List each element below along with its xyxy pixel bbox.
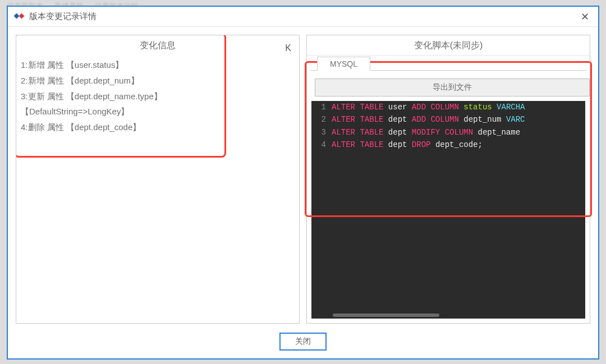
change-list: 1:新增 属性 【user.status】 2:新增 属性 【dept.dept…: [16, 55, 299, 137]
code-content: ALTER TABLE dept DROP dept_code;: [332, 139, 483, 151]
dialog-body: 变化信息 K 1:新增 属性 【user.status】 2:新增 属性 【de…: [8, 27, 598, 326]
code-line: 4ALTER TABLE dept DROP dept_code;: [311, 139, 585, 151]
line-number: 3: [311, 126, 332, 139]
horizontal-scrollbar[interactable]: [333, 314, 439, 317]
app-logo-icon: [13, 11, 25, 22]
line-number: 1: [311, 101, 332, 113]
change-script-panel: 变化脚本(未同步) MYSQL 导出到文件 1ALTER TABLE user …: [306, 35, 590, 324]
change-item: 1:新增 属性 【user.status】: [21, 57, 295, 73]
code-line: 1ALTER TABLE user ADD COLUMN status VARC…: [311, 101, 585, 113]
code-line: 2ALTER TABLE dept ADD COLUMN dept_num VA…: [311, 113, 585, 126]
change-item: 【DefaultString=>LongKey】: [21, 104, 295, 119]
tab-mysql[interactable]: MYSQL: [317, 57, 370, 71]
change-item: 4:删除 属性 【dept.dept_code】: [21, 119, 295, 135]
close-button[interactable]: 关闭: [279, 333, 327, 351]
db-tab-strip: MYSQL: [307, 57, 590, 71]
change-info-title: 变化信息: [16, 35, 299, 55]
code-content: ALTER TABLE dept ADD COLUMN dept_num VAR…: [332, 113, 525, 126]
export-to-file-button[interactable]: 导出到文件: [315, 79, 590, 96]
change-item: 3:更新 属性 【dept.dept_name.type】: [21, 89, 295, 104]
code-line: 3ALTER TABLE dept MODIFY COLUMN dept_nam…: [311, 126, 585, 139]
sql-code-area[interactable]: 1ALTER TABLE user ADD COLUMN status VARC…: [311, 101, 585, 319]
code-content: ALTER TABLE user ADD COLUMN status VARCH…: [332, 101, 525, 113]
k-marker: K: [285, 43, 291, 53]
dialog-title: 版本变更记录详情: [29, 11, 577, 22]
change-info-panel: 变化信息 K 1:新增 属性 【user.status】 2:新增 属性 【de…: [16, 35, 300, 324]
code-content: ALTER TABLE dept MODIFY COLUMN dept_name: [332, 126, 525, 139]
titlebar: 版本变更记录详情 ✕: [8, 7, 598, 27]
line-number: 4: [311, 139, 332, 151]
line-number: 2: [311, 113, 332, 126]
change-item: 2:新增 属性 【dept.dept_num】: [21, 73, 295, 89]
close-icon[interactable]: ✕: [577, 11, 593, 23]
version-change-dialog: 版本变更记录详情 ✕ 变化信息 K 1:新增 属性 【user.status】 …: [7, 6, 599, 360]
change-script-title: 变化脚本(未同步): [307, 35, 590, 56]
dialog-footer: 关闭: [8, 326, 598, 358]
